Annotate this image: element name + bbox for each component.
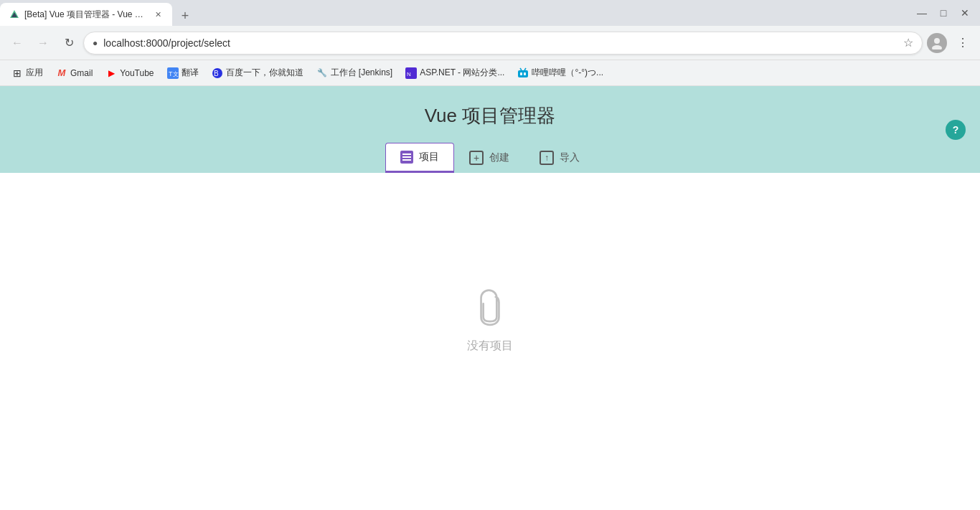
paperclip-svg-icon xyxy=(470,287,510,327)
address-bar[interactable]: ● localhost:8000/project/select ☆ xyxy=(83,32,923,55)
svg-rect-18 xyxy=(402,159,411,161)
tab-close-button[interactable]: ✕ xyxy=(152,9,164,20)
asp-svg-icon: N xyxy=(405,67,417,79)
page-content: Vue 项目管理器 ? 项目 + xyxy=(0,86,980,510)
bookmark-jenkins-label: 工作台 [Jenkins] xyxy=(331,67,393,79)
lock-icon: ● xyxy=(93,38,98,48)
bookmark-apps[interactable]: ⊞ 应用 xyxy=(6,64,49,82)
tab-import[interactable]: ↑ 导入 xyxy=(524,143,595,173)
bookmark-jenkins[interactable]: 🔧 工作台 [Jenkins] xyxy=(311,64,399,82)
svg-text:B: B xyxy=(214,70,219,77)
baidu-icon: B xyxy=(212,67,223,79)
main-content-area: 没有项目 xyxy=(0,173,980,510)
bookmarks-bar: ⊞ 应用 M Gmail ▶ YouTube T 文 翻译 xyxy=(0,60,980,86)
tab-import-label: 导入 xyxy=(560,151,580,164)
profile-avatar xyxy=(927,33,947,53)
tab-projects-label: 项目 xyxy=(419,151,439,164)
help-button[interactable]: ? xyxy=(946,120,966,140)
bookmark-youtube[interactable]: ▶ YouTube xyxy=(100,65,159,82)
svg-point-3 xyxy=(932,45,942,49)
projects-list-icon xyxy=(400,151,413,164)
bookmark-baidu-label: 百度一下，你就知道 xyxy=(226,67,303,79)
bookmark-bili[interactable]: 哔哩哔哩（°-°)つ... xyxy=(512,64,609,82)
bookmark-apps-label: 应用 xyxy=(26,67,43,79)
bookmark-asp-label: ASP.NET - 网站分类... xyxy=(420,67,504,79)
bookmark-gmail[interactable]: M Gmail xyxy=(50,65,98,82)
empty-state-text: 没有项目 xyxy=(467,339,513,354)
import-icon: ↑ xyxy=(540,151,554,165)
svg-text:N: N xyxy=(407,71,411,77)
page-title: Vue 项目管理器 xyxy=(425,103,556,128)
svg-rect-11 xyxy=(518,70,528,77)
tab-create[interactable]: + 创建 xyxy=(454,143,524,173)
asp-icon: N xyxy=(405,67,417,79)
tab-bar: [Beta] Vue 项目管理器 - Vue CLI ✕ + xyxy=(0,0,913,26)
apps-icon: ⊞ xyxy=(11,67,23,79)
navigation-bar: ← → ↻ ● localhost:8000/project/select ☆ … xyxy=(0,26,980,60)
window-controls: — □ ✕ xyxy=(913,0,980,26)
fanyi-icon: T 文 xyxy=(167,67,179,79)
vue-tabs: 项目 + 创建 ↑ 导入 xyxy=(385,143,595,173)
vue-cli-header: Vue 项目管理器 ? 项目 + xyxy=(0,86,980,173)
bookmark-asp[interactable]: N ASP.NET - 网站分类... xyxy=(400,64,510,82)
baidu-svg-icon: B xyxy=(212,67,223,79)
new-tab-button[interactable]: + xyxy=(175,6,195,26)
nav-right-controls: ⋮ xyxy=(925,32,974,55)
gmail-icon: M xyxy=(56,67,67,79)
forward-button[interactable]: → xyxy=(32,32,55,55)
tab-title: [Beta] Vue 项目管理器 - Vue CLI xyxy=(24,9,148,21)
tab-create-label: 创建 xyxy=(489,151,509,164)
svg-rect-15 xyxy=(524,72,526,75)
maximize-button[interactable]: □ xyxy=(934,4,953,22)
menu-button[interactable]: ⋮ xyxy=(951,32,974,55)
title-bar: [Beta] Vue 项目管理器 - Vue CLI ✕ + — □ ✕ xyxy=(0,0,980,26)
svg-rect-14 xyxy=(520,72,522,75)
bookmark-bili-label: 哔哩哔哩（°-°)つ... xyxy=(532,67,603,79)
svg-line-13 xyxy=(524,68,526,70)
bookmark-youtube-label: YouTube xyxy=(120,68,154,78)
empty-state-icon xyxy=(470,287,510,327)
profile-button[interactable] xyxy=(925,32,948,55)
bookmark-fanyi[interactable]: T 文 翻译 xyxy=(161,64,204,82)
create-plus-icon: + xyxy=(469,151,484,165)
tab-favicon xyxy=(9,9,20,20)
jenkins-icon: 🔧 xyxy=(316,67,328,79)
back-button[interactable]: ← xyxy=(6,32,29,55)
bookmark-baidu[interactable]: B 百度一下，你就知道 xyxy=(206,64,309,82)
svg-point-2 xyxy=(934,38,940,44)
svg-text:文: 文 xyxy=(173,71,179,77)
list-icon-svg xyxy=(402,153,411,161)
tab-projects[interactable]: 项目 xyxy=(385,143,454,173)
svg-rect-16 xyxy=(402,154,411,155)
close-button[interactable]: ✕ xyxy=(956,4,974,22)
bili-svg-icon xyxy=(517,67,529,79)
bookmark-fanyi-label: 翻译 xyxy=(182,67,199,79)
youtube-icon: ▶ xyxy=(105,67,117,79)
url-text: localhost:8000/project/select xyxy=(103,37,897,49)
svg-rect-17 xyxy=(402,156,411,158)
bookmark-star-icon[interactable]: ☆ xyxy=(903,36,913,49)
minimize-button[interactable]: — xyxy=(913,4,931,22)
fanyi-svg-icon: T 文 xyxy=(167,67,179,79)
vue-favicon-icon xyxy=(9,9,19,19)
svg-line-12 xyxy=(520,68,522,70)
bili-icon xyxy=(517,67,529,79)
active-tab[interactable]: [Beta] Vue 项目管理器 - Vue CLI ✕ xyxy=(0,3,172,26)
browser-window: [Beta] Vue 项目管理器 - Vue CLI ✕ + — □ ✕ ← →… xyxy=(0,0,980,510)
refresh-button[interactable]: ↻ xyxy=(57,32,80,55)
profile-icon-svg xyxy=(930,37,943,49)
bookmark-gmail-label: Gmail xyxy=(70,68,93,78)
